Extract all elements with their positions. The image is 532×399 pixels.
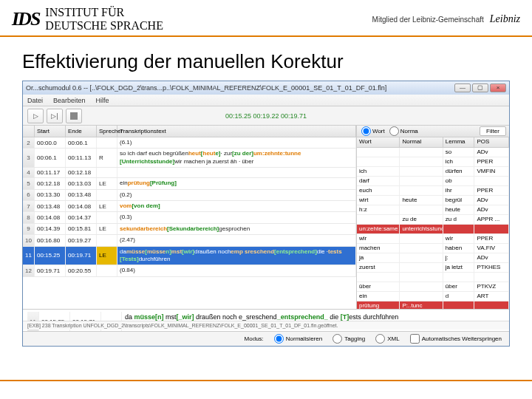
list-item[interactable]	[357, 273, 509, 282]
list-item[interactable]: überüberPTKVZ	[357, 282, 509, 292]
modus-tagging[interactable]	[332, 334, 342, 344]
institute-line1: INSTITUT FÜR	[45, 6, 163, 19]
list-item[interactable]: un:zehte:sameunterrichtsstunde	[357, 225, 509, 234]
table-row[interactable]: 500:12.1800:13.03LEein prütung [Prüfung]	[23, 178, 356, 189]
list-item[interactable]: wirtheutebegrülADv	[357, 196, 509, 205]
table-row[interactable]: 400:11.1700:12.18	[23, 168, 356, 178]
app-titlebar: Or...schumodul 0.6 -- [..\FOLK_DGD_2\tra…	[23, 81, 509, 95]
leibniz-logo: Leibniz	[490, 13, 520, 25]
window-close-button[interactable]: ×	[490, 83, 506, 92]
radio-wort[interactable]	[361, 126, 371, 136]
menu-datei[interactable]: Datei	[27, 97, 43, 104]
list-item[interactable]: soADv	[357, 148, 509, 157]
table-row[interactable]: 600:13.3000:13.48(0.2)	[23, 190, 356, 201]
window-maximize-button[interactable]: ▢	[472, 83, 488, 92]
word-panel-rows: soADvichPPERichdürfenVMFINdarfobeuchihrP…	[357, 148, 509, 309]
menu-bearbeiten[interactable]: Bearbeiten	[53, 97, 86, 104]
radio-norma[interactable]	[389, 126, 399, 136]
list-item[interactable]: wirwirPPER	[357, 234, 509, 244]
modus-label: Modus:	[245, 335, 264, 342]
list-item[interactable]: darfob	[357, 177, 509, 186]
list-item[interactable]: zu dezu dAPPR ...	[357, 215, 509, 225]
table-row[interactable]: 1100:15.2500:19.71LEda müsse [müssen] ms…	[23, 247, 356, 266]
col-sprecher: Sprecher	[97, 126, 117, 137]
rcol-wort: Wort	[357, 137, 400, 147]
list-item[interactable]: prütungP:..tunc	[357, 301, 509, 309]
footer-rule	[0, 380, 532, 381]
transcript-rows: 200:00.000:06.1(6.1)300:06.100:11.13Rso …	[23, 137, 356, 309]
word-panel: Wort Norma Filter Wort Normal Lemma POS …	[357, 126, 509, 309]
radio-wort-label: Wort	[372, 128, 385, 134]
list-item[interactable]: eindART	[357, 292, 509, 301]
institute-line2: DEUTSCHE SPRACHE	[45, 19, 163, 33]
table-row[interactable]: 300:06.100:11.13Rso ich darf euch begrüß…	[23, 149, 356, 168]
table-row[interactable]: 200:00.000:06.1(6.1)	[23, 137, 356, 149]
table-row[interactable]: 700:13.4800:14.08LEvom [von dem]	[23, 201, 356, 212]
list-item[interactable]: h:zheuteADv	[357, 205, 509, 215]
table-row[interactable]: 900:14.3900:15.81LEsekundarbereich [Seku…	[23, 224, 356, 235]
rcol-pos: POS	[474, 137, 509, 147]
app-title: Or...schumodul 0.6 -- [..\FOLK_DGD_2\tra…	[26, 84, 386, 92]
footer-bar: Modus: Normalisieren Tagging XML Automat…	[23, 331, 509, 346]
list-item[interactable]: zuerstja letztPTKHES	[357, 263, 509, 273]
time-display: 00:15.25 00:19.22 00:19.71	[225, 112, 307, 120]
list-item[interactable]: euchihrPPER	[357, 186, 509, 196]
list-item[interactable]: jaj:ADv	[357, 253, 509, 263]
header-rule	[0, 35, 532, 37]
filter-button[interactable]: Filter	[480, 126, 506, 136]
transcript-headers: Start Ende Sprecher Transkriptionstext	[23, 126, 356, 137]
statusbar: [EXB] 238 Transkription UNFOLK_DGD_2\tra…	[23, 321, 509, 330]
modus-xml[interactable]	[375, 334, 385, 344]
window-minimize-button[interactable]: —	[454, 83, 471, 92]
play-button[interactable]: ▷	[27, 109, 44, 123]
table-row[interactable]: 800:14.0800:14.37(0.3)	[23, 212, 356, 223]
word-panel-header: Wort Norma Filter	[357, 126, 509, 137]
col-start: Start	[35, 126, 66, 137]
rcol-lemma: Lemma	[443, 137, 475, 147]
table-row[interactable]: 1000:16.8000:19.27(2.47)	[23, 235, 356, 246]
radio-norma-label: Norma	[400, 128, 418, 134]
rcol-normal: Normal	[400, 137, 443, 147]
list-item[interactable]: ichdürfenVMFIN	[357, 167, 509, 177]
list-item[interactable]: ichPPER	[357, 157, 509, 167]
slide-header: IDS INSTITUT FÜR DEUTSCHE SPRACHE Mitgli…	[0, 0, 532, 35]
slide-title: Effektivierung der manuellen Korektur	[0, 44, 532, 81]
app-menubar: Datei Bearbeiten Hilfe	[23, 95, 509, 106]
play-segment-button[interactable]: ▷|	[47, 109, 63, 123]
list-item[interactable]: machenhabenVA.FIV	[357, 244, 509, 253]
word-panel-cols: Wort Normal Lemma POS	[357, 137, 509, 148]
transcript-panel: Start Ende Sprecher Transkriptionstext 2…	[23, 126, 357, 309]
col-text: Transkriptionstext	[117, 126, 356, 137]
table-row[interactable]: 1200:19.7100:20.55(0.84)	[23, 265, 356, 276]
modus-normalisieren[interactable]	[274, 334, 284, 344]
membership-text: Mitglied der Leibniz-Gemeinschaft	[372, 16, 484, 24]
menu-hilfe[interactable]: Hilfe	[96, 97, 109, 104]
col-num	[23, 126, 35, 137]
app-toolbar: ▷ ▷| 00:15.25 00:19.22 00:19.71	[23, 106, 509, 126]
col-ende: Ende	[66, 126, 97, 137]
app-window: Or...schumodul 0.6 -- [..\FOLK_DGD_2\tra…	[22, 81, 510, 347]
auto-advance-checkbox[interactable]	[410, 334, 420, 344]
stop-button[interactable]	[66, 109, 82, 123]
ids-logo: IDS INSTITUT FÜR DEUTSCHE SPRACHE	[12, 6, 163, 33]
